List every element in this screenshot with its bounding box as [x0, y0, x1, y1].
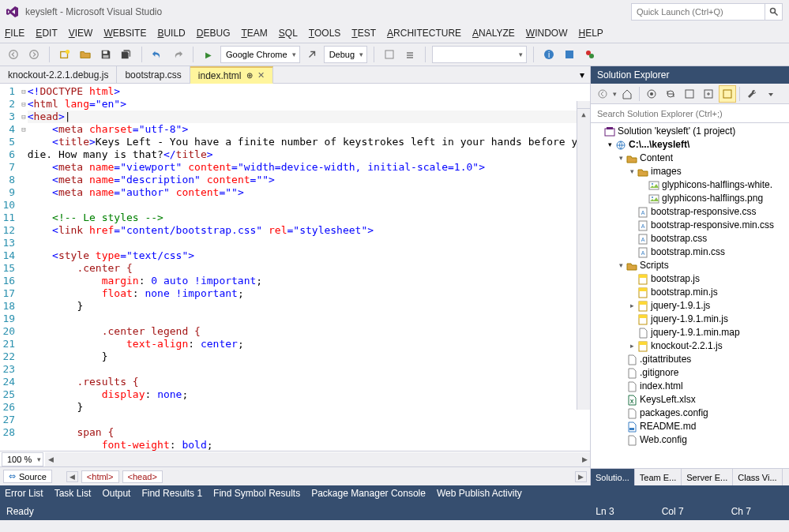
menu-sql[interactable]: SQL: [279, 28, 298, 39]
save-all-button[interactable]: [118, 46, 135, 63]
browser-selector[interactable]: Google Chrome▾: [220, 46, 300, 63]
side-tab-0[interactable]: Solutio...: [591, 469, 635, 485]
config-selector[interactable]: Debug▾: [324, 46, 367, 63]
menu-debug[interactable]: DEBUG: [197, 28, 231, 39]
se-more-icon[interactable]: [762, 85, 780, 103]
tree-node[interactable]: glyphicons-halflings.png: [591, 192, 789, 205]
code-editor[interactable]: 1234567891011121314151617181920212223242…: [0, 84, 590, 451]
expand-icon[interactable]: ▾: [616, 259, 626, 272]
solution-explorer-search-input[interactable]: [591, 104, 789, 122]
browser-link-button[interactable]: [303, 46, 321, 63]
zoom-selector[interactable]: 100 %: [2, 452, 43, 466]
tree-node[interactable]: index.html: [591, 380, 789, 393]
se-showall-icon[interactable]: [700, 85, 717, 103]
tree-node[interactable]: packages.config: [591, 406, 789, 420]
bottom-tab-task-list[interactable]: Task List: [54, 488, 92, 501]
side-tab-2[interactable]: Server E...: [682, 469, 733, 485]
redo-button[interactable]: [169, 46, 186, 63]
tool-icon-b[interactable]: [401, 46, 419, 63]
tree-node[interactable]: ▾C:\...\keysleft\: [591, 138, 789, 152]
mixed-icon[interactable]: [581, 46, 599, 63]
source-view-button[interactable]: ⇔Source: [3, 470, 52, 483]
se-sync-icon[interactable]: [643, 85, 660, 103]
scroll-up-icon[interactable]: ▲: [577, 109, 590, 120]
tree-node[interactable]: Web.config: [591, 433, 789, 447]
tree-node[interactable]: jquery-1.9.1.min.map: [591, 326, 789, 339]
crumb-html[interactable]: <html>: [81, 470, 119, 483]
menu-website[interactable]: WEBSITE: [103, 28, 146, 39]
menu-help[interactable]: HELP: [579, 28, 603, 39]
start-debug-button[interactable]: ▶: [200, 46, 217, 63]
tree-node[interactable]: XKeysLeft.xlsx: [591, 393, 789, 406]
se-properties-icon[interactable]: [719, 85, 736, 103]
tool-dropdown[interactable]: ▾: [432, 46, 527, 63]
se-refresh-icon[interactable]: [662, 85, 679, 103]
scroll-left-icon[interactable]: ◀: [45, 452, 56, 466]
tree-node[interactable]: .gitignore: [591, 366, 789, 380]
bottom-tab-find-results-1[interactable]: Find Results 1: [141, 488, 202, 501]
menu-edit[interactable]: EDIT: [36, 28, 57, 39]
crumb-head[interactable]: <head>: [122, 470, 163, 483]
tree-node[interactable]: Abootstrap.min.css: [591, 245, 789, 259]
menu-tools[interactable]: TOOLS: [309, 28, 340, 39]
doc-tab-bootstrap-css[interactable]: bootstrap.css: [117, 66, 190, 83]
expand-icon[interactable]: ▾: [616, 152, 626, 165]
se-wrench-icon[interactable]: [743, 85, 761, 103]
split-icon[interactable]: [577, 101, 590, 109]
save-button[interactable]: [97, 46, 115, 63]
tree-node[interactable]: ▾Content: [591, 152, 789, 165]
doc-tab-knockout-2-2-1-debug-js[interactable]: knockout-2.2.1.debug.js: [0, 66, 117, 83]
pin-icon[interactable]: ⊕: [246, 71, 253, 80]
tree-node[interactable]: Abootstrap.css: [591, 232, 789, 245]
new-project-button[interactable]: [56, 46, 73, 63]
menu-analyze[interactable]: ANALYZE: [472, 28, 515, 39]
tree-node[interactable]: ▾images: [591, 165, 789, 178]
menu-window[interactable]: WINDOW: [526, 28, 568, 39]
expand-icon[interactable]: ▸: [627, 299, 637, 313]
se-back-icon[interactable]: [594, 85, 611, 103]
undo-button[interactable]: [148, 46, 166, 63]
crumb-back-icon[interactable]: ◀: [66, 471, 78, 482]
menu-file[interactable]: FILE: [5, 28, 24, 39]
bottom-tab-error-list[interactable]: Error List: [5, 488, 43, 501]
side-tab-3[interactable]: Class Vi...: [733, 469, 782, 485]
crumb-fwd-icon[interactable]: ▶: [575, 471, 587, 482]
tree-node[interactable]: ▸knockout-2.2.1.js: [591, 339, 789, 353]
tree-node[interactable]: bootstrap.js: [591, 272, 789, 286]
menu-build[interactable]: BUILD: [157, 28, 185, 39]
doc-tab-index-html[interactable]: index.html⊕✕: [190, 66, 273, 84]
vertical-scrollbar[interactable]: ▲: [577, 101, 590, 410]
bottom-tab-find-symbol-results[interactable]: Find Symbol Results: [213, 488, 300, 501]
close-icon[interactable]: ✕: [257, 70, 265, 81]
se-collapse-icon[interactable]: [681, 85, 698, 103]
tree-node[interactable]: jquery-1.9.1.min.js: [591, 313, 789, 326]
se-home-icon[interactable]: [618, 85, 636, 103]
tree-node[interactable]: ▸jquery-1.9.1.js: [591, 299, 789, 313]
tree-node[interactable]: Abootstrap-responsive.css: [591, 205, 789, 219]
scroll-right-icon[interactable]: ▶: [579, 452, 590, 466]
bottom-tab-package-manager-console[interactable]: Package Manager Console: [311, 488, 426, 501]
bottom-tab-web-publish-activity[interactable]: Web Publish Activity: [437, 488, 522, 501]
expand-icon[interactable]: ▸: [627, 339, 637, 353]
tree-node[interactable]: bootstrap.min.js: [591, 286, 789, 299]
quick-launch-search-button[interactable]: [765, 3, 783, 21]
menu-test[interactable]: TEST: [351, 28, 376, 39]
extension-icon[interactable]: [561, 46, 578, 63]
tool-icon-a[interactable]: [381, 46, 398, 63]
open-file-button[interactable]: [77, 46, 94, 63]
horizontal-scrollbar[interactable]: ◀ ▶: [45, 452, 590, 466]
menu-architecture[interactable]: ARCHITECTURE: [387, 28, 461, 39]
doc-tabs-dropdown-icon[interactable]: ▾: [574, 66, 590, 83]
info-icon[interactable]: i: [540, 46, 558, 63]
tree-node[interactable]: Abootstrap-responsive.min.css: [591, 219, 789, 232]
solution-tree[interactable]: Solution 'keysleft' (1 project)▾C:\...\k…: [591, 123, 789, 468]
tree-node[interactable]: README.md: [591, 420, 789, 433]
side-tab-1[interactable]: Team E...: [635, 469, 682, 485]
bottom-tab-output[interactable]: Output: [102, 488, 130, 501]
expand-icon[interactable]: ▾: [605, 138, 614, 152]
tree-node[interactable]: Solution 'keysleft' (1 project): [591, 125, 789, 138]
quick-launch-input[interactable]: [631, 3, 765, 21]
tree-node[interactable]: glyphicons-halflings-white.: [591, 178, 789, 192]
tree-node[interactable]: ▾Scripts: [591, 259, 789, 272]
nav-forward-button[interactable]: [25, 46, 43, 63]
